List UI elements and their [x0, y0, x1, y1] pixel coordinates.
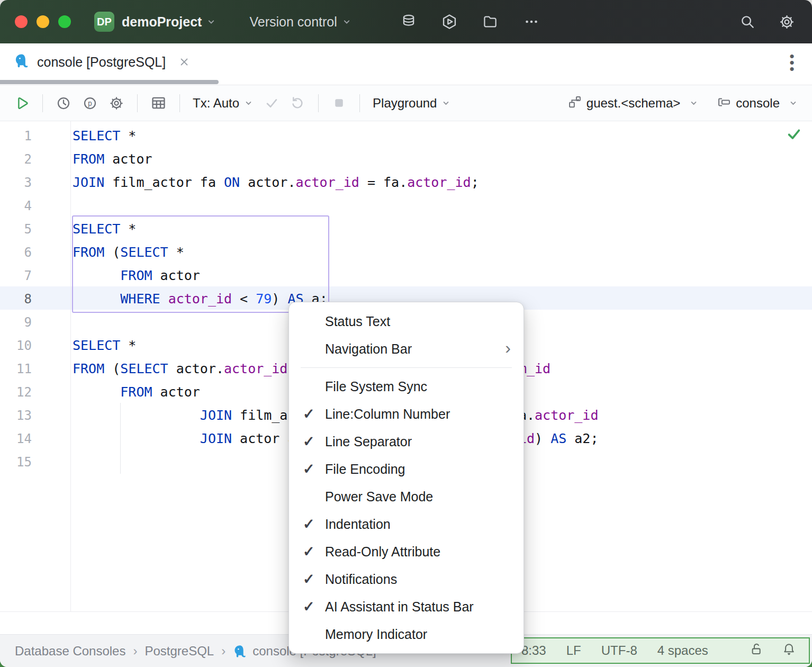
breadcrumb-label: PostgreSQL: [145, 644, 214, 659]
toolbar-separator: [42, 94, 43, 112]
status-widgets: 8:33LFUTF-84 spaces: [521, 643, 708, 658]
session-selector-dropdown[interactable]: console: [717, 95, 798, 112]
menu-item[interactable]: ✓AI Assistant in Status Bar: [289, 593, 524, 620]
svg-text:p: p: [88, 99, 92, 107]
menu-item[interactable]: ✓Notifications: [289, 565, 524, 593]
rollback-button[interactable]: [290, 95, 305, 111]
status-widget[interactable]: 4 spaces: [657, 643, 708, 658]
menu-item[interactable]: ✓Line:Column Number: [289, 400, 524, 428]
menu-item[interactable]: ✓Read-Only Attribute: [289, 538, 524, 565]
tab-options-kebab-icon[interactable]: •••: [787, 53, 797, 72]
execute-button[interactable]: [14, 95, 30, 111]
menu-item[interactable]: Power Save Mode: [289, 483, 524, 510]
menu-item[interactable]: Memory Indicator: [289, 620, 524, 648]
minimize-window-button[interactable]: [37, 15, 49, 28]
postgresql-elephant-icon: [233, 644, 247, 659]
code-line[interactable]: 1SELECT *: [0, 124, 812, 148]
close-tab-icon[interactable]: [178, 56, 190, 68]
line-number: 6: [0, 241, 32, 264]
chevron-down-icon: [441, 98, 451, 108]
line-number: 7: [0, 264, 32, 287]
status-widget[interactable]: LF: [566, 643, 581, 658]
playground-label: Playground: [373, 96, 437, 111]
window-controls: [0, 15, 71, 28]
menu-item[interactable]: ✓Indentation: [289, 510, 524, 538]
chevron-down-icon: [788, 98, 798, 108]
commit-button[interactable]: [264, 95, 279, 111]
menu-item-label: Power Save Mode: [325, 489, 433, 504]
line-number: 1: [0, 124, 32, 148]
code-line[interactable]: 5SELECT *: [0, 218, 812, 241]
line-number: 12: [0, 381, 32, 404]
line-number: 5: [0, 218, 32, 241]
status-widget[interactable]: 8:33: [521, 643, 546, 658]
menu-separator: [301, 367, 512, 368]
check-icon: ✓: [303, 516, 325, 533]
menu-item-label: Status Text: [325, 314, 390, 329]
query-history-button[interactable]: [56, 95, 71, 111]
playground-mode-dropdown[interactable]: Playground: [373, 96, 451, 111]
code-line[interactable]: 6FROM (SELECT *: [0, 241, 812, 264]
tx-mode-dropdown[interactable]: Tx: Auto: [193, 96, 254, 111]
menu-item-label: File System Sync: [325, 379, 427, 394]
menu-item-label: Indentation: [325, 517, 391, 532]
tab-console-postgresql[interactable]: console [PostgreSQL]: [14, 43, 190, 80]
console-settings-gear-icon[interactable]: [109, 95, 124, 111]
console-toolbar: p Tx: Auto: [0, 85, 812, 121]
menu-item[interactable]: ✓File Encoding: [289, 455, 524, 483]
code-line[interactable]: 4: [0, 194, 812, 218]
check-icon: ✓: [303, 571, 325, 588]
stop-button[interactable]: [331, 95, 347, 111]
project-menu[interactable]: demoProject: [122, 14, 202, 30]
menu-item-label: Notifications: [325, 572, 397, 587]
project-badge[interactable]: DP: [94, 12, 114, 32]
line-number: 4: [0, 194, 32, 218]
postgresql-elephant-icon: [14, 53, 30, 71]
project-folder-icon[interactable]: [482, 14, 498, 30]
search-everywhere-icon[interactable]: [739, 14, 755, 30]
code-line[interactable]: 7 FROM actor: [0, 264, 812, 287]
version-control-menu[interactable]: Version control: [249, 14, 337, 30]
submenu-arrow-icon: ›: [505, 339, 511, 356]
toolbar-separator: [137, 94, 138, 112]
menu-item[interactable]: Navigation Bar›: [289, 335, 524, 363]
database-tool-icon[interactable]: [401, 14, 417, 30]
menu-item-label: Navigation Bar: [325, 341, 412, 357]
view-as-table-button[interactable]: [150, 95, 167, 111]
line-number: 14: [0, 427, 32, 450]
schema-selector-label: guest.<schema>: [587, 96, 680, 111]
more-tools-icon[interactable]: [522, 14, 540, 30]
menu-item-label: File Encoding: [325, 462, 405, 477]
code-line[interactable]: 2FROM actor: [0, 148, 812, 171]
code-text: SELECT *: [73, 218, 136, 241]
menu-item[interactable]: File System Sync: [289, 373, 524, 400]
unlocked-padlock-icon[interactable]: [750, 642, 764, 660]
status-bar-context-menu: Status TextNavigation Bar›File System Sy…: [288, 302, 524, 654]
tab-scrollbar-thumb[interactable]: [0, 80, 219, 84]
notifications-bell-icon[interactable]: [782, 642, 796, 660]
breadcrumb-item[interactable]: Database Consoles: [15, 644, 125, 659]
zoom-window-button[interactable]: [58, 15, 71, 28]
status-widgets-highlight: 8:33LFUTF-84 spaces: [511, 637, 810, 664]
menu-item[interactable]: ✓Line Separator: [289, 428, 524, 455]
toolbar-separator: [179, 94, 180, 112]
check-icon: ✓: [303, 461, 325, 477]
menu-item-label: Line Separator: [325, 434, 412, 449]
settings-gear-icon[interactable]: [779, 14, 795, 30]
breadcrumb-separator: ›: [133, 644, 137, 659]
session-selector-label: console: [736, 96, 780, 111]
status-widget[interactable]: UTF-8: [601, 643, 637, 658]
breadcrumb-separator: ›: [221, 644, 225, 659]
menu-item[interactable]: Status Text: [289, 308, 524, 335]
code-line[interactable]: 3JOIN film_actor fa ON actor.actor_id = …: [0, 171, 812, 194]
inspections-ok-icon[interactable]: [786, 125, 802, 145]
schema-selector-dropdown[interactable]: guest.<schema>: [567, 95, 699, 112]
line-number: 3: [0, 171, 32, 194]
query-parameters-button[interactable]: p: [82, 95, 98, 111]
menu-item-label: AI Assistant in Status Bar: [325, 599, 474, 615]
breadcrumb-item[interactable]: PostgreSQL: [145, 644, 214, 659]
line-number: 10: [0, 334, 32, 357]
close-window-button[interactable]: [15, 15, 28, 28]
run-configurations-icon[interactable]: [441, 13, 458, 30]
check-icon: ✓: [303, 543, 325, 560]
